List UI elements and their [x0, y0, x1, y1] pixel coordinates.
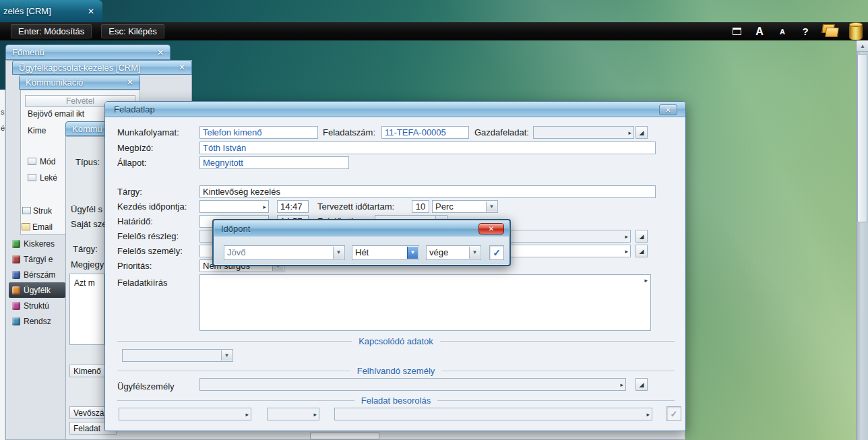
kommunikacio-window-titlebar[interactable]: Kommunikáció ✕	[19, 75, 140, 90]
module-item-targyi-eszkoz[interactable]: Tárgyi e	[9, 251, 65, 267]
idopont-ok-button[interactable]: ✓	[489, 245, 504, 260]
lookup-arrow-icon[interactable]: ▸	[646, 411, 650, 417]
clipped-label: é	[1, 124, 5, 132]
module-label: Struktú	[24, 301, 49, 311]
module-item-struktura[interactable]: Struktú	[9, 298, 65, 313]
idopont-relative-combo[interactable]: Jövő ▼	[224, 245, 345, 260]
sajat-szemely-label: Saját sze	[71, 219, 106, 229]
menu-item-icon	[22, 207, 31, 214]
targy-label: Tárgy:	[73, 244, 98, 254]
window-restore-icon[interactable]	[730, 25, 743, 38]
background-window-titlebar[interactable]: zelés [CRM] ✕	[0, 0, 102, 22]
felelos-szemely-picker-button[interactable]: ◢	[636, 245, 648, 257]
chevron-down-icon[interactable]: ▼	[333, 247, 344, 259]
kommu-window-title: Kommu	[72, 124, 102, 134]
menu-item-struktura[interactable]: Struk	[33, 206, 52, 216]
lookup-arrow-icon[interactable]: ▸	[313, 411, 317, 417]
lookup-arrow-icon[interactable]: ▸	[628, 129, 631, 135]
shortcut-toolbar: Enter: Módosítás Esc: Kilépés A A ?	[0, 22, 868, 40]
felelos-reszleg-label: Felelős részleg:	[117, 230, 179, 243]
feladat-besorolas-separator: Feladat besorolás	[117, 395, 675, 406]
cube-icon	[12, 255, 20, 263]
besorolas-lookup-1[interactable]: ▸	[119, 408, 251, 420]
close-icon[interactable]: ✕	[127, 77, 133, 87]
chevron-down-icon[interactable]: ▼	[486, 201, 497, 212]
besorolas-lookup-2[interactable]: ▸	[267, 408, 319, 420]
idopont-unit-value: Hét	[355, 247, 369, 257]
feladatlap-titlebar[interactable]: Feladatlap	[105, 102, 685, 117]
esc-exit-button[interactable]: Esc: Kilépés	[101, 24, 164, 38]
enter-modify-button[interactable]: Enter: Módosítás	[11, 24, 92, 38]
kezdes-ido-input[interactable]: 14:47	[277, 200, 309, 213]
chevron-down-icon[interactable]: ▼	[221, 350, 232, 360]
feladatszam-input[interactable]: 11-TEFA-00005	[381, 126, 469, 139]
munkafolyamat-input[interactable]: Telefon kimenő	[199, 126, 318, 139]
ugyfelszemely-lookup[interactable]: ▸	[199, 378, 626, 391]
besorolas-confirm-button[interactable]: ✓	[666, 406, 681, 421]
lookup-arrow-icon[interactable]: ▸	[625, 233, 628, 239]
felhivando-szemely-separator: Felhívandó személy	[117, 365, 675, 376]
megbizo-input[interactable]: Tóth István	[199, 142, 656, 154]
menu-item-bejovo-email[interactable]: Bejövő email ikt	[28, 109, 84, 119]
module-item-berszamfejtes[interactable]: Bérszám	[9, 267, 65, 282]
menu-item-modositas[interactable]: Mód	[40, 157, 55, 166]
module-label: Tárgyi e	[24, 255, 53, 264]
kapcsolodo-combo[interactable]: ▼	[122, 349, 233, 362]
ugyfelszemely-picker-button[interactable]: ◢	[636, 378, 648, 391]
menu-item-email[interactable]: Email	[32, 222, 53, 232]
menu-item-lekerdezes[interactable]: Leké	[40, 173, 57, 183]
targy-label: Tárgy:	[117, 185, 142, 198]
menu-item-kimeno[interactable]: Kime	[28, 126, 46, 135]
idopont-unit-combo[interactable]: Hét ▼	[352, 245, 419, 260]
megbizo-label: Megbízó:	[117, 142, 153, 154]
lookup-arrow-icon[interactable]: ▸	[263, 203, 266, 210]
idopont-title: Időpont	[221, 224, 250, 234]
cube-icon	[12, 302, 20, 310]
idopont-titlebar[interactable]: Időpont	[214, 221, 509, 237]
crm-window-titlebar[interactable]: Ügyfélkapcsolat-kezelés [CRM] ✕	[12, 60, 192, 75]
documents-icon[interactable]	[822, 24, 840, 38]
idopont-part-value: vége	[429, 247, 448, 257]
allapot-input[interactable]: Megnyitott	[199, 156, 349, 169]
scrollbar-thumb[interactable]	[857, 54, 867, 222]
idotartam-input[interactable]: 10	[412, 200, 429, 213]
chevron-down-icon[interactable]: ▼	[407, 247, 418, 259]
megjegyzes-textarea[interactable]: Azt m	[69, 274, 104, 345]
lookup-arrow-icon[interactable]: ▸	[245, 411, 249, 417]
font-increase-icon[interactable]: A	[753, 25, 766, 38]
lookup-arrow-icon[interactable]: ▸	[620, 381, 623, 387]
gazdafeladat-picker-button[interactable]: ◢	[636, 126, 648, 139]
chevron-down-icon[interactable]: ▼	[469, 247, 480, 259]
font-decrease-icon[interactable]: A	[776, 25, 789, 38]
lookup-arrow-icon[interactable]: ▸	[644, 277, 648, 284]
idotartam-unit-combo[interactable]: Perc ▼	[432, 200, 498, 213]
scroll-up-icon[interactable]: ▲	[857, 40, 868, 52]
desktop: ▲ zelés [CRM] ✕ Enter: Módosítás Esc: Ki…	[0, 0, 868, 440]
ugyfel-label: Ügyfél s	[71, 204, 102, 214]
background-scrollbar[interactable]: ▲	[856, 40, 868, 440]
module-item-kiskereskedelem[interactable]: Kiskeres	[9, 236, 65, 251]
besorolas-lookup-3[interactable]: ▸	[334, 408, 652, 420]
felelos-reszleg-picker-button[interactable]: ◢	[636, 230, 648, 243]
kapcsolodo-adatok-label: Kapcsolódó adatok	[352, 336, 440, 346]
lookup-arrow-icon[interactable]: ▸	[625, 248, 628, 254]
crm-window-title: Ügyfélkapcsolat-kezelés [CRM]	[19, 63, 141, 73]
targy-input[interactable]: Kintlevőség kezelés	[199, 185, 656, 198]
module-list: Kiskeres Tárgyi e Bérszám Ügyfélk Strukt…	[9, 236, 65, 330]
fomenu-window-titlebar[interactable]: Főmenü ✕	[5, 44, 170, 60]
gazdafeladat-label: Gazdafeladat:	[474, 126, 529, 139]
module-item-ugyfelkapcsolat[interactable]: Ügyfélk	[9, 282, 65, 298]
close-button[interactable]: ✕	[478, 223, 504, 234]
module-item-rendszer[interactable]: Rendsz	[9, 313, 65, 329]
feladatkiiras-textarea[interactable]: ▸	[199, 274, 651, 331]
close-icon[interactable]: ✕	[179, 63, 185, 72]
close-button[interactable]: ✕	[659, 104, 677, 115]
close-icon[interactable]: ✕	[88, 7, 94, 16]
database-icon[interactable]	[849, 24, 863, 40]
clipped-input[interactable]	[310, 433, 379, 439]
gazdafeladat-lookup[interactable]: - - ▸	[533, 126, 634, 139]
idopont-part-combo[interactable]: vége ▼	[426, 245, 481, 260]
kezdes-datum-input[interactable]: 11.05.24 ▸	[199, 200, 269, 213]
help-icon[interactable]: ?	[799, 25, 812, 38]
close-icon[interactable]: ✕	[157, 48, 164, 57]
